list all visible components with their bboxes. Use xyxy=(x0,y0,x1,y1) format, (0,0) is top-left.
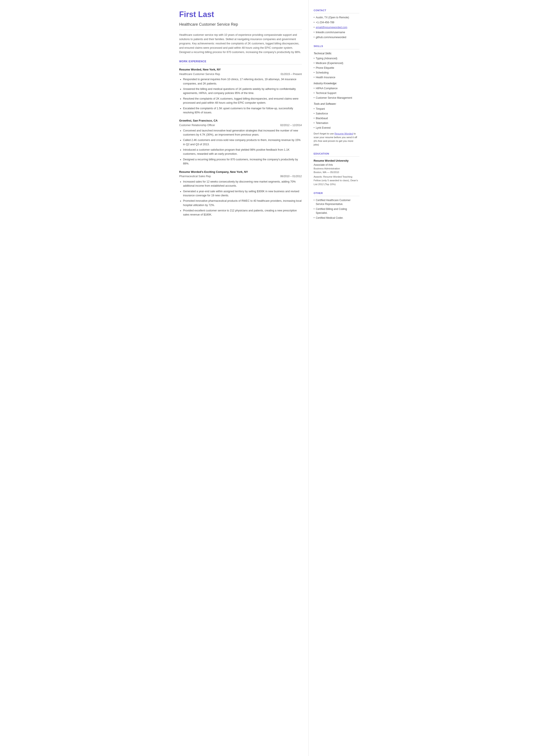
bullet: Called 2.4K customers and cross-sold new… xyxy=(183,138,302,147)
contact-section: CONTACT Austin, TX (Open to Remote) +1-2… xyxy=(314,9,359,39)
bullet: Designed a recurring billing process for… xyxy=(183,157,302,166)
bullet: Provided excellent customer service to 2… xyxy=(183,209,302,217)
job-role-line-3: Pharmaceutical Sales Rep 06/2010 – 01/20… xyxy=(179,174,302,179)
edu-awards: Awards: Resume Worded Teaching Fellow (o… xyxy=(314,175,359,186)
job-block-1: Resume Worded, New York, NY Healthcare C… xyxy=(179,68,302,115)
skills-section: SKILLS Technical Skills: Typing (Advance… xyxy=(314,44,359,147)
resume-worded-link[interactable]: Resume Worded xyxy=(334,132,353,135)
skill-item: Medicare (Experienced) xyxy=(314,61,359,65)
bullet: Escalated the complaints of 1.5K upset c… xyxy=(183,106,302,115)
edu-location: Boston, MA — 05/2010 xyxy=(314,170,359,174)
bullet: Introduced a customer satisfaction progr… xyxy=(183,148,302,156)
bullet: Responded to general inquiries from 10 c… xyxy=(183,77,302,86)
right-column: CONTACT Austin, TX (Open to Remote) +1-2… xyxy=(309,0,365,756)
tools-list: Timpani Salesforce Blackbaud Telemation … xyxy=(314,107,359,130)
technical-skills-label: Technical Skills: xyxy=(314,51,359,55)
job-bullets-2: Conceived and launched innovative lead g… xyxy=(179,129,302,166)
skill-item: Salesforce xyxy=(314,112,359,116)
industry-knowledge-list: HIPAA Compliance Technical Support Custo… xyxy=(314,86,359,100)
contact-email[interactable]: email@resumeworded.com xyxy=(314,25,359,29)
edu-field: Business Administration xyxy=(314,167,359,170)
job-role-line-2: Customer Relationship Officer 02/2012 – … xyxy=(179,123,302,127)
summary-text: Healthcare customer service rep with 10 … xyxy=(179,33,302,54)
skill-item: HIPAA Compliance xyxy=(314,86,359,90)
resume-page: First Last Healthcare Customer Service R… xyxy=(171,0,365,756)
bullet: Promoted innovative pharmaceutical produ… xyxy=(183,199,302,207)
job-company-1: Resume Worded, New York, NY xyxy=(179,68,302,72)
other-item: Certified Medical Coder. xyxy=(314,216,359,220)
skill-item: Timpani xyxy=(314,107,359,111)
work-experience-section: WORK EXPERIENCE Resume Worded, New York,… xyxy=(179,60,302,217)
skills-heading: SKILLS xyxy=(314,44,359,49)
contact-linkedin: linkedin.com/in/username xyxy=(314,30,359,34)
edu-degree: Associate of Arts xyxy=(314,163,359,167)
contact-github: github.com/resumeworded xyxy=(314,35,359,39)
job-block-3: Resume Worded's Exciting Company, New Yo… xyxy=(179,170,302,217)
contact-phone: +1-234-456-789 xyxy=(314,20,359,24)
other-section: OTHER Certified Healthcare Customer Serv… xyxy=(314,191,359,220)
skill-item: Telemation xyxy=(314,121,359,125)
bullet: Answered the billing and medical questio… xyxy=(183,87,302,96)
bullet: Conceived and launched innovative lead g… xyxy=(183,129,302,137)
contact-heading: CONTACT xyxy=(314,9,359,14)
education-heading: EDUCATION xyxy=(314,152,359,157)
candidate-title: Healthcare Customer Service Rep xyxy=(179,21,302,30)
bullet: Resolved the complaints of 2K customers,… xyxy=(183,97,302,105)
note-prefix: Don't forget to use xyxy=(314,132,335,135)
bullet: Increased sales for 12 weeks consecutive… xyxy=(183,180,302,188)
skill-item: Health Insurance xyxy=(314,75,359,79)
bullet: Generated a year-end sale within assigne… xyxy=(183,189,302,198)
technical-skills-list: Typing (Advanced) Medicare (Experienced)… xyxy=(314,56,359,79)
job-company-2: Growthsi, San Francisco, CA xyxy=(179,119,302,123)
contact-location: Austin, TX (Open to Remote) xyxy=(314,15,359,19)
edu-institution: Resume Worded University xyxy=(314,159,359,163)
skill-item: Typing (Advanced) xyxy=(314,56,359,60)
edu-block: Resume Worded University Associate of Ar… xyxy=(314,159,359,186)
resume-worded-note: Don't forget to use Resume Worded to sca… xyxy=(314,132,359,147)
other-item: Certified Healthcare Customer Service Re… xyxy=(314,198,359,206)
work-experience-heading: WORK EXPERIENCE xyxy=(179,60,302,65)
skill-item: Customer Service Management xyxy=(314,96,359,100)
other-heading: OTHER xyxy=(314,191,359,196)
industry-knowledge-label: Industry Knowledge: xyxy=(314,81,359,85)
skill-item: Lynk Everest xyxy=(314,126,359,130)
education-section: EDUCATION Resume Worded University Assoc… xyxy=(314,152,359,186)
job-company-3: Resume Worded's Exciting Company, New Yo… xyxy=(179,170,302,174)
job-bullets-1: Responded to general inquiries from 10 c… xyxy=(179,77,302,115)
skill-item: Blackbaud xyxy=(314,116,359,120)
other-item: Certified Billing and Coding Specialist. xyxy=(314,207,359,215)
skill-item: Phone Etiquette xyxy=(314,66,359,70)
contact-list: Austin, TX (Open to Remote) +1-234-456-7… xyxy=(314,15,359,39)
skill-item: Technical Support xyxy=(314,91,359,95)
job-role-line-1: Healthcare Customer Service Rep 01/2015 … xyxy=(179,72,302,76)
job-bullets-3: Increased sales for 12 weeks consecutive… xyxy=(179,180,302,217)
job-block-2: Growthsi, San Francisco, CA Customer Rel… xyxy=(179,119,302,166)
candidate-name: First Last xyxy=(179,9,302,20)
tools-label: Tools and Software: xyxy=(314,102,359,106)
other-list: Certified Healthcare Customer Service Re… xyxy=(314,198,359,220)
skill-item: Scheduling xyxy=(314,71,359,74)
left-column: First Last Healthcare Customer Service R… xyxy=(171,0,309,756)
